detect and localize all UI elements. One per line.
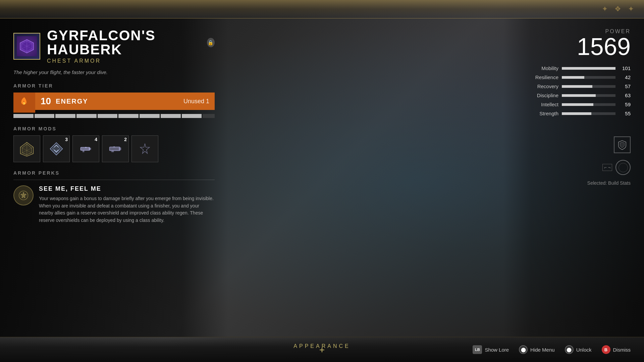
mod-slot-2[interactable]: 3 xyxy=(43,135,70,162)
unlock-button-icon: ⬤ xyxy=(565,345,574,354)
stat-fill-strength xyxy=(562,112,591,115)
show-lore-label: Show Lore xyxy=(485,347,509,353)
stat-bar-recovery xyxy=(562,85,615,88)
plus-button[interactable]: + xyxy=(317,345,327,355)
selector-block: ⌐ ¬ xyxy=(602,160,631,175)
item-icon-svg xyxy=(18,38,35,55)
stat-fill-recovery xyxy=(562,85,592,88)
stat-row-resilience: Resilience 42 xyxy=(517,74,631,80)
tier-seg-10 xyxy=(203,114,215,118)
mod-slot-3[interactable]: 4 xyxy=(72,135,99,162)
tier-seg-5 xyxy=(98,114,118,118)
dismiss-label: Dismiss xyxy=(613,347,631,353)
emblem-block xyxy=(614,130,631,153)
perk-name: SEE ME, FEEL ME xyxy=(39,185,215,192)
mod-slot-4[interactable]: 2 xyxy=(102,135,129,162)
mod-svg-2 xyxy=(49,141,64,157)
energy-unused: Unused 1 xyxy=(183,98,209,105)
stat-bar-intellect xyxy=(562,103,615,106)
energy-bar: 10 ENERGY Unused 1 xyxy=(35,93,215,110)
stat-bar-resilience xyxy=(562,76,615,79)
mod-icon-5 xyxy=(137,140,153,157)
show-lore-button-icon: LB xyxy=(473,345,482,354)
power-number: 1569 xyxy=(577,35,631,59)
mod-cost-3: 4 xyxy=(95,137,97,142)
unlock-action[interactable]: ⬤ Unlock xyxy=(565,345,592,354)
item-title-block: GYRFALCON'S HAUBERK 🔒 CHEST ARMOR xyxy=(47,28,215,64)
mod-cost-4: 2 xyxy=(124,137,127,142)
item-name-text: GYRFALCON'S HAUBERK xyxy=(47,28,203,57)
stats-list: Mobility 101 Resilience 42 Recovery 57 D… xyxy=(517,65,631,120)
stat-value-recovery: 57 xyxy=(619,83,631,89)
stat-name-intellect: Intellect xyxy=(528,102,558,107)
stat-name-resilience: Resilience xyxy=(528,74,558,80)
tier-seg-7 xyxy=(140,114,160,118)
stat-fill-discipline xyxy=(562,94,596,97)
stat-row-discipline: Discipline 63 xyxy=(517,93,631,98)
mods-row: 3 4 xyxy=(13,135,215,162)
tier-segments xyxy=(13,114,215,118)
selector-brackets: ⌐ ¬ xyxy=(602,165,612,170)
mod-cost-2: 3 xyxy=(65,137,68,142)
mod-icon-1 xyxy=(18,140,35,157)
tier-seg-9 xyxy=(182,114,202,118)
stat-value-strength: 55 xyxy=(619,111,631,116)
mod-svg-4 xyxy=(108,141,123,157)
top-decor-sym2: ❖ xyxy=(614,5,621,13)
dismiss-button-icon: B xyxy=(602,345,610,354)
unlock-label: Unlock xyxy=(576,347,592,353)
stat-name-discipline: Discipline xyxy=(528,93,558,98)
bottom-actions: LB Show Lore ⬤ Hide Menu ⬤ Unlock B Dism… xyxy=(473,345,631,354)
armor-tier-section: ARMOR TIER 10 ENERGY Unused 1 xyxy=(13,83,215,118)
top-decor: ✦ ❖ ✦ xyxy=(602,5,634,13)
item-name: GYRFALCON'S HAUBERK 🔒 xyxy=(47,28,215,57)
perk-divider xyxy=(13,180,215,180)
mod-slot-5[interactable] xyxy=(131,135,158,162)
tier-seg-1 xyxy=(13,114,34,118)
mod-slot-1[interactable] xyxy=(13,135,40,162)
dismiss-action[interactable]: B Dismiss xyxy=(602,345,631,354)
armor-perks-section: ARMOR PERKS SEE ME, FEEL ME Your weapons… xyxy=(13,170,215,224)
perk-icon-svg xyxy=(17,189,30,202)
energy-label: ENERGY xyxy=(56,98,183,105)
energy-type-icon xyxy=(13,93,35,113)
mod-svg-3 xyxy=(78,141,94,157)
perk-row: SEE ME, FEEL ME Your weapons gain a bonu… xyxy=(13,185,215,224)
selected-info: Selected: Build Stats xyxy=(587,180,631,186)
armor-tier-label: ARMOR TIER xyxy=(13,83,215,88)
armor-perks-label: ARMOR PERKS xyxy=(13,170,215,176)
top-bar: ✦ ❖ ✦ xyxy=(0,0,644,18)
selector-ring xyxy=(615,160,631,175)
item-flavor: The higher your flight, the faster your … xyxy=(13,69,215,75)
show-lore-action[interactable]: LB Show Lore xyxy=(473,345,509,354)
stat-name-mobility: Mobility xyxy=(528,65,558,71)
svg-rect-14 xyxy=(83,150,85,153)
perk-icon xyxy=(13,185,34,205)
energy-number: 10 xyxy=(41,96,51,107)
tier-seg-4 xyxy=(76,114,97,118)
selector-ring-inner xyxy=(619,163,628,172)
emblem-svg xyxy=(617,139,628,150)
hide-menu-action[interactable]: ⬤ Hide Menu xyxy=(519,345,555,354)
bracket-left: ⌐ ¬ xyxy=(602,164,612,171)
power-block: POWER 1569 xyxy=(577,28,631,59)
mod-icon-3 xyxy=(77,140,94,157)
svg-rect-13 xyxy=(89,148,91,150)
stat-name-recovery: Recovery xyxy=(528,83,558,89)
item-type: CHEST ARMOR xyxy=(47,58,215,64)
perk-description: Your weapons gain a bonus to damage brie… xyxy=(39,195,215,224)
armor-mods-section: ARMOR MODS 3 xyxy=(13,126,215,162)
tier-seg-2 xyxy=(35,114,55,118)
tier-seg-3 xyxy=(55,114,75,118)
mod-svg-5 xyxy=(137,141,153,157)
mod-icon-2 xyxy=(48,140,65,157)
stat-row-intellect: Intellect 59 xyxy=(517,102,631,107)
stat-fill-resilience xyxy=(562,76,584,79)
tier-seg-8 xyxy=(161,114,181,118)
armor-mods-label: ARMOR MODS xyxy=(13,126,215,131)
stat-value-discipline: 63 xyxy=(619,93,631,98)
svg-rect-16 xyxy=(110,147,120,150)
stat-fill-mobility xyxy=(562,67,615,70)
hide-menu-button-icon: ⬤ xyxy=(519,345,528,354)
stat-row-mobility: Mobility 101 xyxy=(517,65,631,71)
